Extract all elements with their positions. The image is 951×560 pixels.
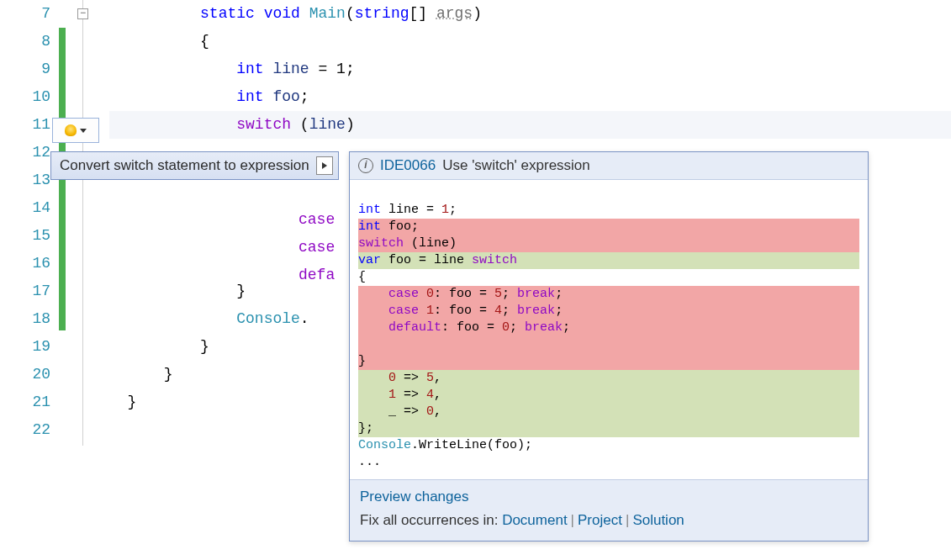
code-behind-popup: case case defa: [299, 178, 335, 289]
info-icon: i: [358, 158, 373, 173]
line-number: 20: [0, 361, 50, 388]
line-number: 7: [0, 0, 50, 28]
line-number: 13: [0, 166, 50, 194]
code-line[interactable]: int line = 1;: [109, 55, 951, 83]
line-number: 18: [0, 305, 50, 333]
code-fix-preview-popup: i IDE0066 Use 'switch' expression int li…: [349, 151, 869, 542]
line-number: 19: [0, 333, 50, 361]
outlining-margin: −: [76, 0, 109, 444]
line-number: 11: [0, 111, 50, 139]
code-line[interactable]: int foo;: [109, 83, 951, 111]
line-number: 17: [0, 277, 50, 305]
diagnostic-message: Use 'switch' expression: [442, 157, 590, 174]
fix-all-label: Fix all occurrences in: Document|Project…: [360, 512, 684, 528]
chevron-down-icon: [80, 129, 87, 133]
quick-action-label: Convert switch statement to expression: [60, 157, 309, 174]
line-number: 15: [0, 222, 50, 250]
quick-actions-lightbulb[interactable]: [52, 118, 99, 143]
line-number: 14: [0, 194, 50, 222]
code-line[interactable]: {: [109, 28, 951, 55]
popup-footer: Preview changes Fix all occurrences in: …: [350, 479, 868, 541]
preview-changes-link[interactable]: Preview changes: [360, 489, 468, 505]
line-number: 10: [0, 83, 50, 111]
line-number: 8: [0, 28, 50, 55]
collapse-toggle[interactable]: −: [77, 8, 88, 19]
diagnostic-id: IDE0066: [380, 157, 436, 174]
expand-preview-button[interactable]: [316, 156, 333, 175]
code-line-active[interactable]: switch (line): [109, 111, 951, 139]
fix-document-link[interactable]: Document: [502, 512, 567, 528]
fix-solution-link[interactable]: Solution: [632, 512, 684, 528]
line-number-gutter: 7 8 9 10 11 12 13 14 15 16 17 18 19 20 2…: [0, 0, 59, 444]
line-number: 9: [0, 55, 50, 83]
code-line[interactable]: static void Main(string[] args): [109, 0, 951, 28]
line-number: 16: [0, 250, 50, 277]
lightbulb-icon: [65, 124, 77, 136]
quick-action-item[interactable]: Convert switch statement to expression: [50, 151, 339, 180]
popup-header: i IDE0066 Use 'switch' expression: [350, 152, 868, 180]
line-number: 12: [0, 139, 50, 166]
fix-project-link[interactable]: Project: [578, 512, 622, 528]
line-number: 22: [0, 416, 50, 444]
line-number: 21: [0, 388, 50, 416]
diff-preview: int line = 1;int foo;switch (line)var fo…: [350, 180, 868, 479]
change-margin: [59, 0, 76, 444]
